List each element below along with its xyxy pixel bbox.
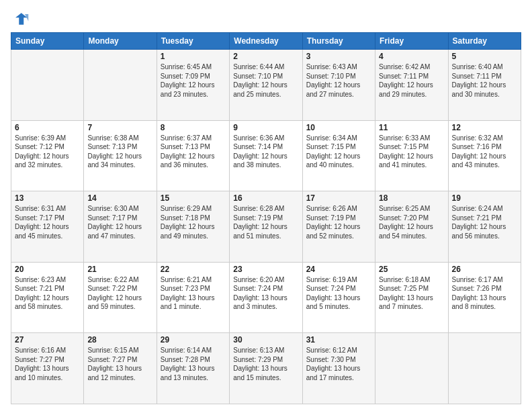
day-info: Sunrise: 6:13 AM Sunset: 7:29 PM Dayligh… (233, 346, 298, 382)
day-number: 25 (379, 265, 444, 274)
day-number: 6 (15, 123, 80, 132)
calendar-cell: 24Sunrise: 6:19 AM Sunset: 7:24 PM Dayli… (302, 262, 375, 333)
day-info: Sunrise: 6:40 AM Sunset: 7:11 PM Dayligh… (452, 62, 517, 99)
day-info: Sunrise: 6:26 AM Sunset: 7:19 PM Dayligh… (306, 204, 371, 240)
day-number: 28 (87, 335, 152, 345)
calendar-cell: 30Sunrise: 6:13 AM Sunset: 7:29 PM Dayli… (230, 333, 302, 404)
day-info: Sunrise: 6:22 AM Sunset: 7:22 PM Dayligh… (87, 275, 152, 312)
weekday-header-saturday: Saturday (448, 33, 521, 50)
day-info: Sunrise: 6:31 AM Sunset: 7:17 PM Dayligh… (15, 204, 80, 240)
day-number: 21 (87, 265, 152, 274)
day-number: 3 (306, 52, 371, 61)
day-number: 13 (15, 193, 80, 203)
day-number: 10 (306, 123, 371, 132)
day-number: 11 (379, 123, 444, 132)
day-info: Sunrise: 6:39 AM Sunset: 7:12 PM Dayligh… (15, 134, 80, 170)
day-number: 4 (379, 52, 444, 61)
calendar-cell: 20Sunrise: 6:23 AM Sunset: 7:21 PM Dayli… (11, 262, 84, 333)
day-number: 7 (87, 123, 152, 132)
day-number: 19 (452, 193, 517, 203)
calendar-header: SundayMondayTuesdayWednesdayThursdayFrid… (11, 33, 521, 50)
calendar-cell: 9Sunrise: 6:36 AM Sunset: 7:14 PM Daylig… (230, 120, 302, 191)
calendar-cell: 13Sunrise: 6:31 AM Sunset: 7:17 PM Dayli… (11, 191, 84, 263)
calendar-cell: 1Sunrise: 6:45 AM Sunset: 7:09 PM Daylig… (157, 50, 229, 121)
calendar-cell: 27Sunrise: 6:16 AM Sunset: 7:27 PM Dayli… (11, 333, 84, 404)
calendar-cell: 8Sunrise: 6:37 AM Sunset: 7:13 PM Daylig… (157, 120, 229, 191)
page: SundayMondayTuesdayWednesdayThursdayFrid… (0, 0, 532, 411)
weekday-header-sunday: Sunday (11, 33, 84, 50)
day-info: Sunrise: 6:44 AM Sunset: 7:10 PM Dayligh… (233, 62, 298, 99)
day-info: Sunrise: 6:23 AM Sunset: 7:21 PM Dayligh… (15, 275, 80, 312)
calendar-cell: 25Sunrise: 6:18 AM Sunset: 7:25 PM Dayli… (375, 262, 448, 333)
weekday-header-thursday: Thursday (302, 33, 375, 50)
day-info: Sunrise: 6:14 AM Sunset: 7:28 PM Dayligh… (161, 346, 226, 382)
day-info: Sunrise: 6:43 AM Sunset: 7:10 PM Dayligh… (306, 62, 371, 99)
weekday-header-monday: Monday (84, 33, 157, 50)
calendar-cell: 16Sunrise: 6:28 AM Sunset: 7:19 PM Dayli… (230, 191, 302, 263)
week-row-4: 20Sunrise: 6:23 AM Sunset: 7:21 PM Dayli… (11, 262, 521, 333)
calendar-cell: 4Sunrise: 6:42 AM Sunset: 7:11 PM Daylig… (375, 50, 448, 121)
day-info: Sunrise: 6:25 AM Sunset: 7:20 PM Dayligh… (379, 204, 444, 240)
calendar-cell (11, 50, 84, 121)
day-info: Sunrise: 6:32 AM Sunset: 7:16 PM Dayligh… (452, 134, 517, 170)
calendar-cell: 6Sunrise: 6:39 AM Sunset: 7:12 PM Daylig… (11, 120, 84, 191)
day-number: 27 (15, 335, 80, 345)
calendar-cell: 21Sunrise: 6:22 AM Sunset: 7:22 PM Dayli… (84, 262, 157, 333)
day-info: Sunrise: 6:34 AM Sunset: 7:15 PM Dayligh… (306, 134, 371, 170)
day-number: 29 (161, 335, 226, 345)
calendar-cell: 28Sunrise: 6:15 AM Sunset: 7:27 PM Dayli… (84, 333, 157, 404)
day-number: 23 (233, 265, 298, 274)
calendar-cell: 2Sunrise: 6:44 AM Sunset: 7:10 PM Daylig… (230, 50, 302, 121)
calendar-cell: 18Sunrise: 6:25 AM Sunset: 7:20 PM Dayli… (375, 191, 448, 263)
calendar-cell: 15Sunrise: 6:29 AM Sunset: 7:18 PM Dayli… (157, 191, 229, 263)
weekday-header-wednesday: Wednesday (230, 33, 302, 50)
day-number: 12 (452, 123, 517, 132)
day-number: 1 (161, 52, 226, 61)
day-info: Sunrise: 6:21 AM Sunset: 7:23 PM Dayligh… (161, 275, 226, 312)
day-info: Sunrise: 6:36 AM Sunset: 7:14 PM Dayligh… (233, 134, 298, 170)
day-info: Sunrise: 6:33 AM Sunset: 7:15 PM Dayligh… (379, 134, 444, 170)
day-info: Sunrise: 6:29 AM Sunset: 7:18 PM Dayligh… (161, 204, 226, 240)
day-number: 26 (452, 265, 517, 274)
header (11, 7, 521, 28)
week-row-3: 13Sunrise: 6:31 AM Sunset: 7:17 PM Dayli… (11, 191, 521, 263)
calendar-cell: 23Sunrise: 6:20 AM Sunset: 7:24 PM Dayli… (230, 262, 302, 333)
day-info: Sunrise: 6:19 AM Sunset: 7:24 PM Dayligh… (306, 275, 371, 312)
calendar-cell (375, 333, 448, 404)
calendar-body: 1Sunrise: 6:45 AM Sunset: 7:09 PM Daylig… (11, 50, 521, 404)
day-number: 5 (452, 52, 517, 61)
calendar-cell: 11Sunrise: 6:33 AM Sunset: 7:15 PM Dayli… (375, 120, 448, 191)
calendar-cell: 17Sunrise: 6:26 AM Sunset: 7:19 PM Dayli… (302, 191, 375, 263)
day-info: Sunrise: 6:17 AM Sunset: 7:26 PM Dayligh… (452, 275, 517, 312)
calendar-cell: 31Sunrise: 6:12 AM Sunset: 7:30 PM Dayli… (302, 333, 375, 404)
week-row-5: 27Sunrise: 6:16 AM Sunset: 7:27 PM Dayli… (11, 333, 521, 404)
calendar-cell (84, 50, 157, 121)
day-number: 14 (87, 193, 152, 203)
day-info: Sunrise: 6:12 AM Sunset: 7:30 PM Dayligh… (306, 346, 371, 382)
day-number: 16 (233, 193, 298, 203)
calendar-cell: 12Sunrise: 6:32 AM Sunset: 7:16 PM Dayli… (448, 120, 521, 191)
day-info: Sunrise: 6:15 AM Sunset: 7:27 PM Dayligh… (87, 346, 152, 382)
calendar-cell: 29Sunrise: 6:14 AM Sunset: 7:28 PM Dayli… (157, 333, 229, 404)
day-number: 2 (233, 52, 298, 61)
day-info: Sunrise: 6:30 AM Sunset: 7:17 PM Dayligh… (87, 204, 152, 240)
day-number: 18 (379, 193, 444, 203)
day-info: Sunrise: 6:28 AM Sunset: 7:19 PM Dayligh… (233, 204, 298, 240)
day-number: 9 (233, 123, 298, 132)
day-info: Sunrise: 6:37 AM Sunset: 7:13 PM Dayligh… (161, 134, 226, 170)
day-info: Sunrise: 6:16 AM Sunset: 7:27 PM Dayligh… (15, 346, 80, 382)
weekday-header-friday: Friday (375, 33, 448, 50)
calendar-cell: 10Sunrise: 6:34 AM Sunset: 7:15 PM Dayli… (302, 120, 375, 191)
weekday-row: SundayMondayTuesdayWednesdayThursdayFrid… (11, 33, 521, 50)
calendar-cell (448, 333, 521, 404)
day-info: Sunrise: 6:38 AM Sunset: 7:13 PM Dayligh… (87, 134, 152, 170)
day-number: 31 (306, 335, 371, 345)
day-info: Sunrise: 6:20 AM Sunset: 7:24 PM Dayligh… (233, 275, 298, 312)
day-info: Sunrise: 6:45 AM Sunset: 7:09 PM Dayligh… (161, 62, 226, 99)
calendar-cell: 22Sunrise: 6:21 AM Sunset: 7:23 PM Dayli… (157, 262, 229, 333)
day-number: 8 (161, 123, 226, 132)
day-number: 20 (15, 265, 80, 274)
calendar-cell: 3Sunrise: 6:43 AM Sunset: 7:10 PM Daylig… (302, 50, 375, 121)
weekday-header-tuesday: Tuesday (157, 33, 229, 50)
day-info: Sunrise: 6:42 AM Sunset: 7:11 PM Dayligh… (379, 62, 444, 99)
